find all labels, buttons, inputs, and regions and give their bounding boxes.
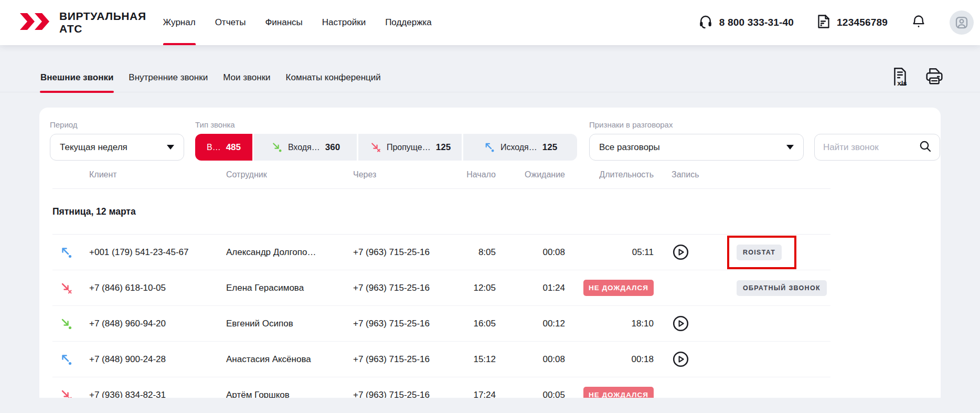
client-phone: +7 (848) 900-24-28 bbox=[89, 354, 226, 365]
table-body: +001 (179) 541-23-45-67 Александр Долгоп… bbox=[52, 235, 830, 398]
duration: 05:11 bbox=[565, 247, 654, 258]
nav-item[interactable]: Настройки bbox=[322, 0, 366, 45]
features-select[interactable]: Все разговоры bbox=[589, 134, 804, 161]
duration: НЕ ДОЖДАЛСЯ bbox=[565, 387, 654, 398]
outgoing-call-icon bbox=[59, 246, 73, 259]
virtual-pbx-app: ВИРТУАЛЬНАЯ АТС ЖурналОтчетыФинансыНастр… bbox=[0, 0, 980, 413]
incoming-call-icon bbox=[271, 141, 283, 153]
call-type-label: Исходя… bbox=[500, 143, 537, 152]
tags-cell: ОБРАТНЫЙ ЗВОНОК bbox=[707, 280, 830, 296]
features-label: Признаки в разговорах bbox=[589, 120, 804, 129]
nav-item[interactable]: Финансы bbox=[265, 0, 302, 45]
support-phone[interactable]: 8 800 333-31-40 bbox=[698, 14, 794, 31]
period-label: Период bbox=[50, 120, 184, 129]
column-header-client: Клиент bbox=[89, 170, 226, 179]
duration: НЕ ДОЖДАЛСЯ bbox=[565, 280, 654, 296]
support-phone-number: 8 800 333-31-40 bbox=[719, 17, 794, 28]
play-record-button[interactable] bbox=[673, 315, 689, 332]
start-time: 12:05 bbox=[448, 283, 496, 293]
print-icon bbox=[923, 66, 945, 89]
logo-text: ВИРТУАЛЬНАЯ АТС bbox=[59, 10, 146, 35]
start-time: 16:05 bbox=[448, 319, 496, 329]
nav-item[interactable]: Отчеты bbox=[215, 0, 246, 45]
column-header-waiting: Ожидание bbox=[496, 170, 565, 179]
employee-name: Анастасия Аксёнова bbox=[226, 354, 353, 365]
not-answered-badge: НЕ ДОЖДАЛСЯ bbox=[583, 280, 654, 296]
call-type-label: В… bbox=[207, 143, 221, 152]
outgoing-call-icon bbox=[59, 353, 73, 366]
contract-icon bbox=[817, 14, 830, 31]
svg-text:xls: xls bbox=[897, 79, 907, 87]
nav-item[interactable]: Журнал bbox=[163, 0, 196, 45]
table-row[interactable]: +7 (848) 960-94-20 Евгений Осипов +7 (96… bbox=[52, 306, 830, 342]
outgoing-call-icon bbox=[483, 141, 495, 153]
tab[interactable]: Внешние звонки bbox=[40, 63, 114, 92]
missed-call-icon bbox=[59, 281, 73, 295]
logo[interactable]: ВИРТУАЛЬНАЯ АТС bbox=[19, 8, 146, 37]
headset-icon bbox=[698, 14, 713, 31]
not-answered-badge: НЕ ДОЖДАЛСЯ bbox=[583, 387, 654, 398]
via-number: +7 (963) 715-25-16 bbox=[353, 283, 448, 293]
waiting-time: 00:08 bbox=[496, 247, 565, 258]
main-nav: ЖурналОтчетыФинансыНастройкиПоддержка bbox=[163, 0, 432, 45]
employee-name: Елена Герасимова bbox=[226, 283, 353, 293]
chevron-down-icon bbox=[167, 145, 174, 150]
client-phone: +7 (846) 618-10-05 bbox=[89, 283, 226, 293]
account-number-group[interactable]: 123456789 bbox=[817, 14, 888, 31]
table-row[interactable]: +7 (936) 834-82-31 Артём Горшков +7 (963… bbox=[52, 377, 830, 398]
call-type-all[interactable]: В…485 bbox=[195, 134, 252, 161]
filters-row: Период Текущая неделя Тип звонка В…485Вх… bbox=[39, 108, 941, 161]
employee-name: Евгений Осипов bbox=[226, 319, 353, 329]
play-record-button[interactable] bbox=[673, 244, 689, 260]
search-icon[interactable] bbox=[919, 140, 932, 155]
search-box bbox=[814, 134, 940, 161]
search-input[interactable] bbox=[823, 142, 919, 153]
call-type-count: 125 bbox=[542, 142, 557, 153]
print-button[interactable] bbox=[923, 66, 945, 89]
journal-tabs: Внешние звонкиВнутренние звонкиМои звонк… bbox=[40, 63, 381, 92]
tag-badge: ROISTAT bbox=[737, 245, 782, 260]
client-phone: +7 (936) 834-82-31 bbox=[89, 390, 226, 398]
logo-icon bbox=[19, 8, 51, 37]
play-record-button[interactable] bbox=[673, 351, 689, 367]
via-number: +7 (963) 715-25-16 bbox=[353, 354, 448, 365]
call-type-missed[interactable]: Пропуще…125 bbox=[358, 134, 462, 161]
call-type-incoming[interactable]: Входя…360 bbox=[254, 134, 357, 161]
table-row[interactable]: +001 (179) 541-23-45-67 Александр Долгоп… bbox=[52, 235, 830, 270]
notifications-button[interactable] bbox=[911, 14, 926, 31]
features-value: Все разговоры bbox=[599, 142, 660, 153]
table-row[interactable]: +7 (846) 618-10-05 Елена Герасимова +7 (… bbox=[52, 270, 830, 306]
period-select[interactable]: Текущая неделя bbox=[50, 134, 184, 161]
avatar[interactable] bbox=[950, 10, 974, 35]
missed-call-icon bbox=[369, 141, 381, 153]
missed-call-icon bbox=[59, 388, 73, 398]
calls-table: Клиент Сотрудник Через Начало Ожидание Д… bbox=[52, 161, 830, 398]
journal-toolbar: xls bbox=[889, 66, 945, 89]
waiting-time: 00:08 bbox=[496, 354, 565, 365]
via-number: +7 (963) 715-25-16 bbox=[353, 390, 448, 398]
calls-card: Период Текущая неделя Тип звонка В…485Вх… bbox=[39, 108, 941, 398]
journal-tabs-bar: Внешние звонкиВнутренние звонкиМои звонк… bbox=[0, 63, 980, 92]
waiting-time: 00:12 bbox=[496, 319, 565, 329]
call-type-count: 360 bbox=[325, 142, 340, 153]
waiting-time: 00:05 bbox=[496, 390, 565, 398]
tab[interactable]: Внутренние звонки bbox=[128, 63, 208, 92]
chevron-down-icon bbox=[786, 145, 794, 150]
call-type-outgoing[interactable]: Исходя…125 bbox=[463, 134, 577, 161]
export-xls-button[interactable]: xls bbox=[889, 66, 911, 89]
via-number: +7 (963) 715-25-16 bbox=[353, 247, 448, 258]
employee-name: Артём Горшков bbox=[226, 390, 353, 398]
nav-item[interactable]: Поддержка bbox=[385, 0, 432, 45]
table-row[interactable]: +7 (848) 900-24-28 Анастасия Аксёнова +7… bbox=[52, 342, 830, 377]
column-header-start: Начало bbox=[448, 170, 496, 179]
column-header-via: Через bbox=[353, 170, 448, 179]
tab[interactable]: Комнаты конференций bbox=[285, 63, 381, 92]
call-type-label: Тип звонка bbox=[195, 120, 577, 129]
bell-icon bbox=[911, 14, 926, 31]
column-header-duration: Длительность bbox=[565, 170, 654, 179]
start-time: 8:05 bbox=[448, 247, 496, 258]
top-header: ВИРТУАЛЬНАЯ АТС ЖурналОтчетыФинансыНастр… bbox=[0, 0, 980, 45]
tab[interactable]: Мои звонки bbox=[222, 63, 271, 92]
client-phone: +001 (179) 541-23-45-67 bbox=[89, 247, 226, 258]
column-header-record: Запись bbox=[654, 170, 707, 179]
